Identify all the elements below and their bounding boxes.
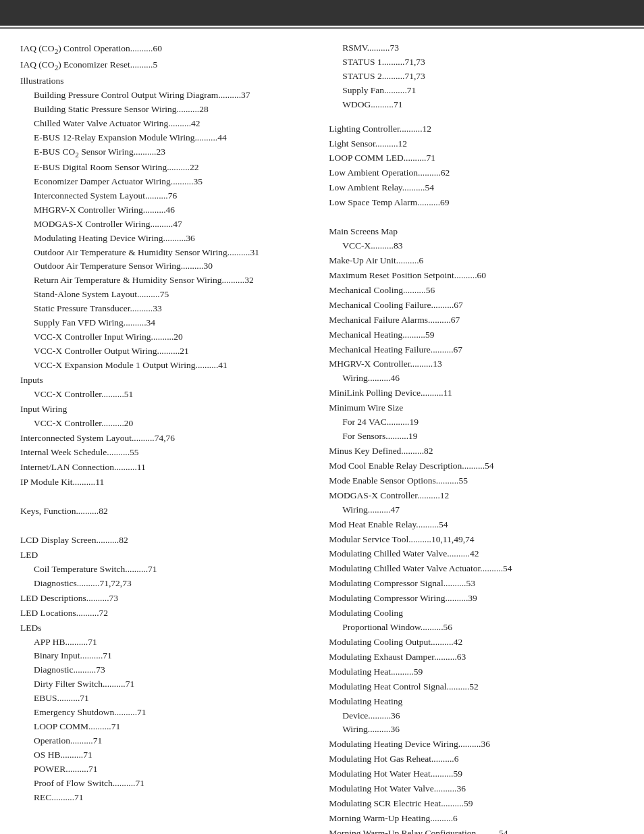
index-entry: Proportional Window..........56 (329, 621, 624, 635)
index-entry: Input Wiring (20, 402, 308, 417)
index-entry: Lighting Controller..........12 (329, 122, 624, 136)
index-entry: LED (20, 548, 308, 563)
index-entry: Mechanical Cooling..........56 (329, 284, 624, 298)
index-entry: RSMV..........73 (329, 41, 624, 55)
index-entry: Mod Cool Enable Relay Description.......… (329, 459, 624, 473)
index-entry: Modulating Heat..........59 (329, 665, 624, 679)
index-entry: Modulating Cooling (329, 606, 624, 621)
index-entry: Minimum Wire Size (329, 401, 624, 415)
index-entry: Economizer Damper Actuator Wiring.......… (20, 175, 308, 189)
index-entry: Illustrations (20, 74, 308, 88)
index-entry: EBUS..........71 (20, 692, 308, 706)
content-area: IAQ (CO2) Control Operation..........60I… (0, 29, 644, 834)
index-entry: LOOP COMM..........71 (20, 720, 308, 734)
right-gap (329, 112, 624, 122)
index-entry: IAQ (CO2) Control Operation..........60 (20, 42, 308, 57)
index-entry: Modulating Heating Device Wiring........… (20, 232, 308, 246)
index-entry: Operation..........71 (20, 734, 308, 748)
index-entry: Binary Input..........71 (20, 649, 308, 663)
index-entry: VCC-X Controller Input Wiring..........2… (20, 330, 308, 344)
index-entry: Wiring..........36 (329, 723, 624, 737)
right-column: RSMV..........73STATUS 1..........71,73S… (322, 41, 624, 834)
index-entry: LEDs (20, 621, 308, 635)
index-entry: LCD Display Screen..........82 (20, 533, 308, 548)
index-entry: Mechanical Heating..........59 (329, 328, 624, 342)
top-bar (0, 0, 644, 26)
index-entry: Modular Service Tool..........10,11,49,7… (329, 533, 624, 547)
index-entry: Mechanical Heating Failure..........67 (329, 343, 624, 357)
index-entry: IAQ (CO2) Economizer Reset..........5 (20, 58, 308, 74)
index-entry: Modulating Heating (329, 695, 624, 709)
index-entry: Mod Heat Enable Relay..........54 (329, 518, 624, 532)
index-entry: Modulating Hot Water Valve..........36 (329, 782, 624, 796)
index-entry: VCC-X..........83 (329, 239, 624, 253)
right-top-entries: RSMV..........73STATUS 1..........71,73S… (329, 41, 624, 112)
index-entry: OS HB..........71 (20, 748, 308, 762)
index-entry: Mechanical Failure Alarms..........67 (329, 313, 624, 328)
index-entry: MHGRV-X Controller..........13 (329, 357, 624, 371)
index-entry: WDOG..........71 (329, 98, 624, 112)
gap (329, 210, 624, 215)
index-entry: VCC-X Controller..........51 (20, 388, 308, 402)
index-entry: Diagnostic..........73 (20, 663, 308, 677)
index-entry: Inputs (20, 373, 308, 388)
index-entry: Outdoor Air Temperature Sensor Wiring...… (20, 259, 308, 273)
index-entry: REC..........71 (20, 791, 308, 805)
index-entry: MHGRV-X Controller Wiring..........46 (20, 203, 308, 217)
index-entry: Modulating Chilled Water Valve..........… (329, 547, 624, 561)
index-entry: MODGAS-X Controller..........12 (329, 489, 624, 503)
index-entry: Modulating Exhaust Damper..........63 (329, 650, 624, 664)
gap (20, 519, 308, 523)
index-entry: Light Sensor..........12 (329, 137, 624, 151)
index-entry: VCC-X Controller..........20 (20, 417, 308, 431)
index-entry: STATUS 1..........71,73 (329, 55, 624, 70)
index-entry: Internet/LAN Connection..........11 (20, 461, 308, 475)
index-entry: Supply Fan VFD Wiring..........34 (20, 316, 308, 330)
index-entry: Stand-Alone System Layout..........75 (20, 288, 308, 302)
index-entry: Chilled Water Valve Actuator Wiring.....… (20, 117, 308, 131)
gap (329, 219, 624, 224)
index-entry: Wiring..........47 (329, 503, 624, 517)
index-entry: MODGAS-X Controller Wiring..........47 (20, 217, 308, 232)
index-entry: Building Static Pressure Sensor Wiring..… (20, 103, 308, 117)
index-entry: Mechanical Cooling Failure..........67 (329, 298, 624, 313)
index-entry: Static Pressure Transducer..........33 (20, 302, 308, 316)
index-entry: Modulating Hot Gas Reheat..........6 (329, 752, 624, 766)
gap (20, 523, 308, 528)
left-column: IAQ (CO2) Control Operation..........60I… (20, 41, 322, 834)
index-entry: MiniLink Polling Device..........11 (329, 386, 624, 400)
index-entry: Supply Fan..........71 (329, 84, 624, 98)
index-entry: Modulating Compressor Signal..........53 (329, 577, 624, 591)
index-entry: Morning Warm-Up Relay Configuration.....… (329, 827, 624, 834)
index-entry: Building Pressure Control Output Wiring … (20, 88, 308, 103)
index-entry: Internal Week Schedule..........55 (20, 446, 308, 460)
index-entry: Modulating Chilled Water Valve Actuator.… (329, 562, 624, 576)
index-entry: E-BUS CO2 Sensor Wiring..........23 (20, 145, 308, 161)
index-entry: LED Descriptions..........73 (20, 592, 308, 606)
index-entry: Modulating Hot Water Heat..........59 (329, 767, 624, 781)
index-entry: Wiring..........46 (329, 371, 624, 386)
index-entry: VCC-X Controller Output Wiring..........… (20, 344, 308, 359)
index-entry: Return Air Temperature & Humidity Sensor… (20, 273, 308, 288)
gap (20, 494, 308, 499)
index-entry: APP HB..........71 (20, 635, 308, 650)
index-entry: E-BUS 12-Relay Expansion Module Wiring..… (20, 131, 308, 145)
gap (329, 215, 624, 219)
index-entry: Mode Enable Sensor Options..........55 (329, 474, 624, 488)
index-entry: LED Locations..........72 (20, 606, 308, 621)
index-entry: POWER..........71 (20, 762, 308, 777)
index-entry: Make-Up Air Unit..........6 (329, 254, 624, 268)
index-entry: LOOP COMM LED..........71 (329, 151, 624, 165)
index-entry: Minus Key Defined..........82 (329, 444, 624, 459)
index-entry: VCC-X Expansion Module 1 Output Wiring..… (20, 359, 308, 373)
index-entry: Coil Temperature Switch..........71 (20, 563, 308, 577)
index-entry: Low Ambient Operation..........62 (329, 166, 624, 180)
gap (20, 528, 308, 533)
gap (20, 499, 308, 504)
index-entry: For 24 VAC..........19 (329, 415, 624, 429)
index-entry: E-BUS Digital Room Sensor Wiring........… (20, 161, 308, 175)
index-entry: Dirty Filter Switch..........71 (20, 677, 308, 692)
index-entry: Modulating SCR Electric Heat..........59 (329, 797, 624, 811)
index-entry: Low Space Temp Alarm..........69 (329, 196, 624, 210)
index-entry: IP Module Kit..........11 (20, 475, 308, 490)
